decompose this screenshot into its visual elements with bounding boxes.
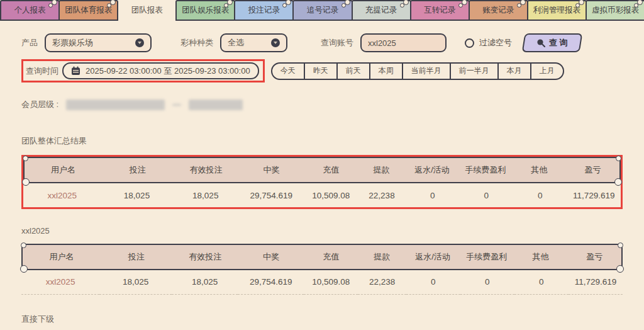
corner-circle-icon [616,265,624,273]
value-cell: 29,754.619 [238,183,304,207]
time-label: 查询时间 [26,65,58,77]
product-select[interactable]: 彩票娱乐场 [45,33,152,52]
quick-date-button-5[interactable]: 当前半月 [402,64,450,79]
account-label: 查询账号 [321,37,353,48]
tab-4[interactable]: 团队娱乐报表 [175,0,235,21]
user-section-title: xxl2025 [21,226,623,236]
quick-date-button-2[interactable]: 昨天 [304,64,336,79]
corner-circle-icon [614,178,622,186]
summary-table-annotation-box: 用户名投注有效投注中奖充值提款返水/活动手续费盈利其他盈亏xxl202518,0… [21,155,623,209]
corner-circle-icon [20,265,28,273]
quick-date-buttons: 今天昨天前天本周当前半月前一半月本月上月 [271,62,564,80]
tab-label: 投注记录 [248,5,280,16]
value-cell: 11,729.619 [567,183,621,207]
tab-3[interactable]: 团队报表 [117,0,177,21]
tab-corner-circles-icon [520,0,526,5]
column-header: 投注 [102,158,174,182]
chevron-down-icon [135,38,144,47]
table-header: 用户名投注有效投注中奖充值提款返水/活动手续费盈利其他盈亏 [21,244,623,270]
column-header: 用户名 [25,158,102,182]
quick-date-button-6[interactable]: 前一半月 [450,64,497,79]
column-header: 提款 [358,158,406,182]
calendar-icon [71,66,80,76]
tab-label: 虚拟币彩报表 [592,5,639,16]
tab-label: 团队娱乐报表 [182,5,229,16]
quick-date-button-1[interactable]: 今天 [272,64,304,79]
member-level-row: 会员层级 : [21,99,623,110]
table-header: 用户名投注有效投注中奖充值提款返水/活动手续费盈利其他盈亏 [23,157,621,183]
quick-date-button-7[interactable]: 本月 [497,64,530,79]
column-header: 中奖 [239,158,304,182]
value-cell: 22,238 [358,270,406,294]
corner-circle-icon [23,156,28,161]
tab-corner-circles-icon [579,0,584,5]
product-label: 产品 [21,37,38,48]
column-header: 投注 [101,245,172,269]
main-content: 产品 彩票娱乐场 彩种种类 全选 查询账号 xxl2025 过滤空号 查 询 查… [0,21,644,325]
time-row: 查询时间 2025-09-22 03:00:00 至 2025-09-23 03… [21,59,623,82]
corner-circle-icon [616,156,621,161]
search-button[interactable]: 查 询 [522,33,583,52]
corner-circle-icon [618,242,623,248]
tab-8[interactable]: 互转记录 [410,0,470,21]
value-cell: 0 [406,270,460,294]
value-cell: 18,025 [172,270,238,294]
tab-10[interactable]: 利润管理报表 [527,0,587,21]
column-header: 盈亏 [567,245,621,269]
column-header: 有效投注 [172,245,238,269]
tab-corner-circles-icon [286,0,291,5]
redacted-member-level [189,100,243,110]
table-body: xxl202518,02518,02529,754.61910,509.0822… [21,270,623,295]
tab-6[interactable]: 追号记录 [292,0,352,21]
tab-1[interactable]: 个人报表 [0,0,60,21]
tab-5[interactable]: 投注记录 [234,0,294,21]
filter-empty-radio[interactable] [465,38,474,48]
date-range-field[interactable]: 2025-09-22 03:00:00 至 2025-09-23 03:00:0… [62,62,259,79]
column-header: 盈亏 [566,158,619,182]
filter-empty-label: 过滤空号 [479,37,512,48]
username-link[interactable]: xxl2025 [21,270,99,294]
column-header: 有效投注 [174,158,239,182]
redacted-member-level [66,100,165,110]
time-annotation-box: 查询时间 2025-09-22 03:00:00 至 2025-09-23 03… [21,59,265,82]
tab-label: 团队体育报表 [65,5,112,16]
tab-label: 追号记录 [307,5,338,16]
redacted-dash [172,104,181,106]
tab-bar: 个人报表团队体育报表团队报表团队娱乐报表投注记录追号记录充提记录互转记录账变记录… [0,0,644,21]
user-table-wrap: 用户名投注有效投注中奖充值提款返水/活动手续费盈利其他盈亏xxl202518,0… [21,244,623,295]
tab-label: 充提记录 [365,5,397,16]
column-header: 中奖 [238,245,304,269]
quick-date-button-4[interactable]: 本周 [369,64,402,79]
date-range-value: 2025-09-22 03:00:00 至 2025-09-23 03:00:0… [86,65,250,77]
tab-corner-circles-icon [345,0,350,5]
tab-label: 账变记录 [482,5,514,16]
column-header: 充值 [304,158,358,182]
lottery-type-label: 彩种种类 [180,37,213,48]
direct-sub-title: 直接下级 [21,314,623,325]
quick-date-button-3[interactable]: 前天 [336,64,369,79]
column-header: 手续费盈利 [459,158,513,182]
username-link[interactable]: xxl2025 [23,183,101,207]
table-row: xxl202518,02518,02529,754.61910,509.0822… [21,270,623,294]
filter-row: 产品 彩票娱乐场 彩种种类 全选 查询账号 xxl2025 过滤空号 查 询 [21,33,623,52]
user-table: 用户名投注有效投注中奖充值提款返水/活动手续费盈利其他盈亏xxl202518,0… [21,244,623,295]
value-cell: 0 [460,183,514,207]
tab-9[interactable]: 账变记录 [469,0,528,21]
lottery-type-select[interactable]: 全选 [220,33,287,52]
tab-label: 互转记录 [424,5,455,16]
account-input[interactable]: xxl2025 [360,33,447,52]
tab-7[interactable]: 充提记录 [352,0,411,21]
value-cell: 22,238 [358,183,406,207]
tab-corner-circles-icon [52,0,57,5]
value-cell: 0 [406,183,460,207]
tab-2[interactable]: 团队体育报表 [58,0,118,21]
tab-corner-circles-icon [403,0,409,5]
quick-date-button-8[interactable]: 上月 [530,64,563,79]
value-cell: 18,025 [101,183,173,207]
tab-label: 团队报表 [131,5,163,16]
product-select-value: 彩票娱乐场 [52,37,93,48]
column-header: 返水/活动 [405,158,458,182]
tab-11[interactable]: 虚拟币彩报表 [586,0,644,21]
corner-circle-icon [22,178,30,186]
table-row: xxl202518,02518,02529,754.61910,509.0822… [23,183,621,207]
